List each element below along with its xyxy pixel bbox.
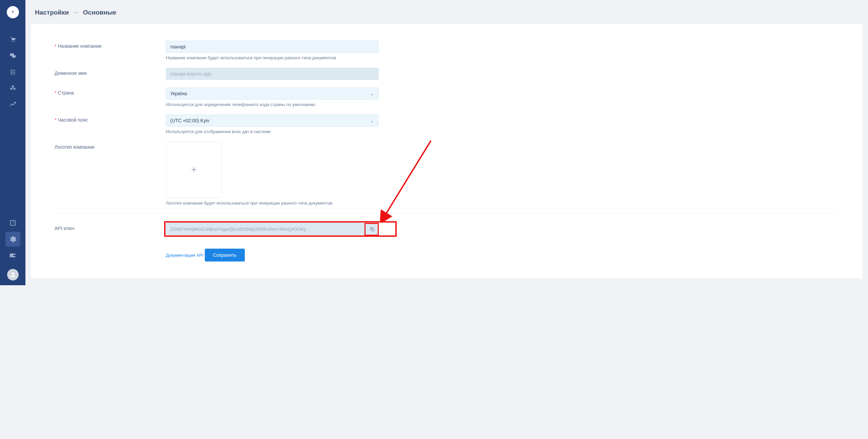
copy-icon	[370, 227, 375, 232]
svg-text:?: ?	[12, 221, 14, 225]
settings-card: *Название компании Название компании буд…	[31, 24, 863, 278]
user-avatar[interactable]	[7, 269, 19, 280]
nav-chat[interactable]	[5, 48, 20, 63]
nav-settings[interactable]	[5, 232, 20, 247]
country-select[interactable]: Україна ⌄	[166, 87, 379, 100]
svg-rect-7	[10, 88, 12, 90]
breadcrumb: Настройки → Основные	[31, 0, 863, 24]
breadcrumb-root[interactable]: Настройки	[35, 9, 69, 16]
label-timezone: *Часовой пояс	[55, 114, 166, 134]
api-doc-link[interactable]: Документация API	[166, 253, 203, 258]
save-button[interactable]: Сохранить	[205, 249, 245, 262]
nav-analytics[interactable]	[5, 97, 20, 112]
divider	[55, 213, 839, 213]
help-logo: Логотип компании будет использоваться пр…	[166, 201, 379, 206]
nav-wallet[interactable]	[5, 248, 20, 263]
nav-tasks[interactable]	[5, 64, 20, 79]
svg-rect-5	[12, 55, 16, 58]
timezone-value: (UTC +02:00) Kyiv	[170, 118, 210, 123]
label-company-name: *Название компании	[55, 41, 166, 60]
nav-inventory[interactable]	[5, 81, 20, 96]
help-country: Используется для определения телефонного…	[166, 102, 379, 107]
svg-rect-1	[13, 12, 13, 14]
timezone-select[interactable]: (UTC +02:00) Kyiv ⌄	[166, 114, 379, 127]
domain-input: mavapi.keycrm.app	[166, 68, 379, 80]
label-logo: Логотип компании	[55, 142, 166, 206]
logo-upload[interactable]: +	[166, 142, 222, 198]
nav-cart[interactable]	[5, 32, 20, 47]
label-country: *Страна	[55, 87, 166, 107]
breadcrumb-current: Основные	[83, 9, 116, 16]
svg-point-11	[12, 272, 14, 275]
help-company-name: Название компании будет использоваться п…	[166, 55, 379, 60]
chevron-down-icon: ⌄	[370, 91, 374, 96]
main-content: Настройки → Основные *Название компании …	[25, 0, 868, 285]
app-logo[interactable]	[7, 6, 19, 18]
label-api-key: API ключ	[55, 223, 166, 231]
chevron-right-icon: →	[73, 9, 79, 16]
svg-point-3	[14, 41, 15, 42]
company-name-input[interactable]	[166, 41, 379, 53]
svg-rect-8	[13, 88, 15, 90]
svg-rect-6	[12, 86, 14, 87]
nav-help[interactable]: ?	[5, 215, 20, 230]
country-value: Україна	[170, 91, 187, 96]
plus-icon: +	[191, 164, 197, 175]
chevron-down-icon: ⌄	[370, 118, 374, 123]
svg-rect-12	[372, 228, 374, 231]
help-timezone: Используется для отображения всех дат в …	[166, 129, 379, 134]
label-domain: Доменное имя	[55, 68, 166, 80]
svg-point-2	[11, 41, 12, 42]
api-key-input: ZGM5YmNjMGE1MjcwYzgwZjExMDI5MjI2NDExNmY4…	[166, 223, 366, 235]
copy-api-key-button[interactable]	[366, 223, 378, 235]
sidebar: ?	[0, 0, 25, 285]
